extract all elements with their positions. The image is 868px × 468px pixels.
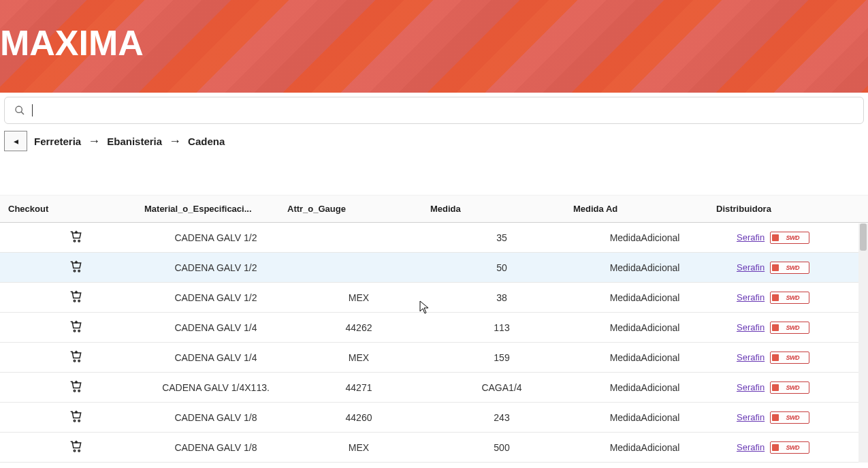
breadcrumb-item-2[interactable]: Cadena — [188, 136, 225, 147]
svg-point-13 — [78, 390, 80, 392]
table-row[interactable]: CADENA GALV 1/4MEX159MedidaAdicionalSera… — [0, 343, 868, 373]
add-to-cart-button[interactable] — [69, 260, 83, 275]
distributor-logo: SWD — [770, 232, 809, 244]
cell-gauge: MEX — [287, 442, 430, 453]
cell-medida: 159 — [430, 352, 573, 363]
distributor-link[interactable]: Serafin — [737, 382, 765, 392]
distributor-logo: SWD — [770, 411, 809, 424]
distributor-link[interactable]: Serafin — [737, 352, 765, 362]
add-to-cart-button[interactable] — [69, 439, 83, 455]
table-row[interactable]: CADENA GALV 1/844260243MedidaAdicionalSe… — [0, 403, 868, 433]
cell-medida: 50 — [430, 262, 573, 273]
col-medida[interactable]: Medida — [430, 204, 573, 214]
cell-material: CADENA GALV 1/4X113. — [144, 382, 287, 393]
add-to-cart-button[interactable] — [69, 290, 83, 305]
table-row[interactable]: CADENA GALV 1/250MedidaAdicionalSerafinS… — [0, 253, 868, 283]
distributor-link[interactable]: Serafin — [737, 322, 765, 332]
search-caret — [32, 104, 33, 116]
col-material[interactable]: Material_o_Especificaci... — [144, 204, 287, 214]
arrow-right-icon: → — [88, 134, 100, 149]
add-to-cart-icon — [69, 290, 83, 303]
table-header-row: Checkout Material_o_Especificaci... Attr… — [0, 195, 868, 223]
add-to-cart-button[interactable] — [69, 349, 83, 365]
table-row[interactable]: CADENA GALV 1/8MEX500MedidaAdicionalSera… — [0, 433, 868, 463]
cell-medida: 35 — [430, 232, 573, 243]
svg-point-10 — [74, 360, 76, 362]
cell-medida-ad: MedidaAdicional — [573, 262, 716, 273]
distributor-link[interactable]: Serafin — [737, 292, 765, 302]
col-checkout[interactable]: Checkout — [8, 204, 144, 214]
breadcrumb-item-0[interactable]: Ferreteria — [34, 136, 81, 147]
svg-point-8 — [74, 330, 76, 332]
add-to-cart-icon — [69, 439, 83, 453]
cell-gauge: MEX — [287, 292, 430, 303]
cell-gauge: 44262 — [287, 322, 430, 333]
add-to-cart-icon — [69, 230, 83, 243]
scrollbar-thumb[interactable] — [860, 223, 867, 251]
table-row[interactable]: CADENA GALV 1/2MEX38MedidaAdicionalSeraf… — [0, 283, 868, 313]
svg-point-6 — [74, 300, 76, 302]
cell-medida: 243 — [430, 412, 573, 423]
table-row[interactable]: CADENA GALV 1/444262113MedidaAdicionalSe… — [0, 313, 868, 343]
add-to-cart-icon — [69, 409, 83, 423]
svg-point-4 — [74, 270, 76, 272]
cell-gauge: 44271 — [287, 382, 430, 393]
distributor-logo: SWD — [770, 262, 809, 274]
distributor-link[interactable]: Serafin — [737, 232, 765, 243]
svg-point-0 — [16, 106, 22, 112]
table-row[interactable]: CADENA GALV 1/4X113.44271CAGA1/4MedidaAd… — [0, 373, 868, 403]
distributor-logo: SWD — [770, 322, 809, 334]
breadcrumb-item-1[interactable]: Ebanisteria — [107, 136, 162, 147]
cell-material: CADENA GALV 1/8 — [144, 412, 287, 423]
add-to-cart-button[interactable] — [69, 319, 83, 335]
svg-point-11 — [78, 360, 80, 362]
cell-medida-ad: MedidaAdicional — [573, 382, 716, 393]
chevron-left-icon: ◂ — [14, 136, 18, 146]
cell-material: CADENA GALV 1/8 — [144, 442, 287, 453]
col-distribuidora[interactable]: Distribuidora — [716, 204, 859, 214]
cell-medida-ad: MedidaAdicional — [573, 352, 716, 363]
distributor-logo: SWD — [770, 381, 809, 394]
distributor-link[interactable]: Serafin — [737, 412, 765, 422]
svg-point-14 — [74, 420, 76, 422]
add-to-cart-button[interactable] — [69, 230, 83, 245]
add-to-cart-icon — [69, 349, 83, 363]
svg-point-12 — [74, 390, 76, 392]
cell-medida: 113 — [430, 322, 573, 333]
svg-point-3 — [78, 240, 80, 242]
svg-point-16 — [74, 450, 76, 452]
back-button[interactable]: ◂ — [4, 131, 27, 151]
svg-point-17 — [78, 450, 80, 452]
vertical-scrollbar[interactable] — [858, 223, 868, 463]
search-bar[interactable] — [4, 97, 864, 124]
distributor-logo: SWD — [770, 441, 809, 454]
svg-point-15 — [78, 420, 80, 422]
breadcrumb: ◂ Ferreteria → Ebanisteria → Cadena — [0, 124, 868, 154]
cell-medida-ad: MedidaAdicional — [573, 232, 716, 243]
cell-material: CADENA GALV 1/4 — [144, 322, 287, 333]
distributor-link[interactable]: Serafin — [737, 442, 765, 452]
add-to-cart-button[interactable] — [69, 409, 83, 425]
add-to-cart-icon — [69, 260, 83, 273]
cell-medida-ad: MedidaAdicional — [573, 292, 716, 303]
distributor-logo: SWD — [770, 292, 809, 304]
cell-gauge: MEX — [287, 352, 430, 363]
distributor-logo: SWD — [770, 352, 809, 364]
search-input[interactable] — [39, 105, 854, 116]
svg-point-9 — [78, 330, 80, 332]
cell-medida-ad: MedidaAdicional — [573, 322, 716, 333]
col-medida-ad[interactable]: Medida Ad — [573, 204, 716, 214]
col-gauge[interactable]: Attr_o_Gauge — [287, 204, 430, 214]
table-row[interactable]: CADENA GALV 1/235MedidaAdicionalSerafinS… — [0, 223, 868, 253]
cell-medida: CAGA1/4 — [430, 382, 573, 393]
page-title: MAXIMA — [0, 22, 144, 63]
cell-material: CADENA GALV 1/4 — [144, 352, 287, 363]
svg-point-5 — [78, 270, 80, 272]
cell-gauge: 44260 — [287, 412, 430, 423]
cell-material: CADENA GALV 1/2 — [144, 292, 287, 303]
cell-material: CADENA GALV 1/2 — [144, 262, 287, 273]
svg-point-7 — [78, 300, 80, 302]
distributor-link[interactable]: Serafin — [737, 262, 765, 272]
search-icon — [14, 105, 25, 116]
add-to-cart-button[interactable] — [69, 379, 83, 395]
